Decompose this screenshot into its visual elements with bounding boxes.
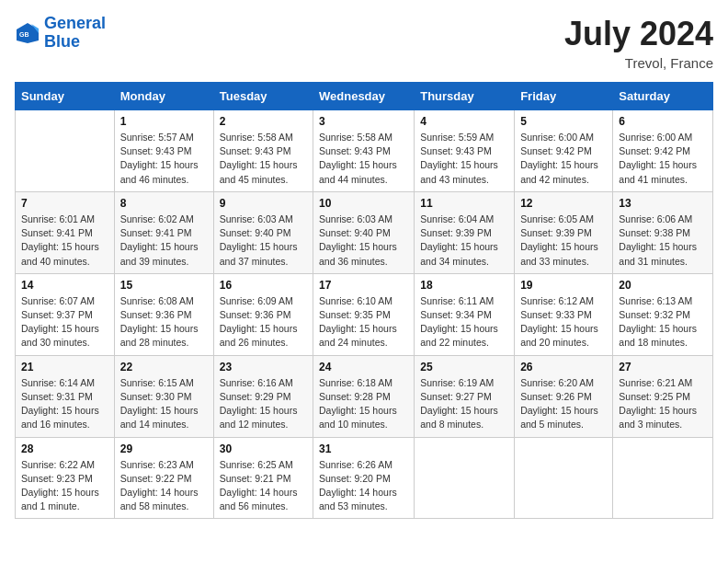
calendar-cell: 20Sunrise: 6:13 AMSunset: 9:32 PMDayligh… [613,273,713,355]
calendar-cell: 22Sunrise: 6:15 AMSunset: 9:30 PMDayligh… [114,355,213,437]
day-number: 25 [420,361,508,373]
day-header-saturday: Saturday [613,83,713,110]
calendar-cell [415,437,515,519]
day-info: Sunrise: 6:22 AMSunset: 9:23 PMDaylight:… [21,458,108,514]
calendar-cell: 8Sunrise: 6:02 AMSunset: 9:41 PMDaylight… [114,191,213,273]
logo: GB General Blue [15,15,106,52]
svg-text:GB: GB [19,31,29,38]
day-info: Sunrise: 5:59 AMSunset: 9:43 PMDaylight:… [420,131,508,187]
calendar-cell: 18Sunrise: 6:11 AMSunset: 9:34 PMDayligh… [415,273,515,355]
calendar-cell: 28Sunrise: 6:22 AMSunset: 9:23 PMDayligh… [16,437,115,519]
day-info: Sunrise: 6:03 AMSunset: 9:40 PMDaylight:… [319,213,408,269]
day-number: 29 [120,442,208,455]
day-number: 19 [520,279,607,292]
calendar-cell: 30Sunrise: 6:25 AMSunset: 9:21 PMDayligh… [213,437,313,519]
calendar-cell: 13Sunrise: 6:06 AMSunset: 9:38 PMDayligh… [613,191,713,273]
calendar-week-row: 1Sunrise: 5:57 AMSunset: 9:43 PMDaylight… [16,110,713,192]
day-info: Sunrise: 6:21 AMSunset: 9:25 PMDaylight:… [619,376,707,432]
day-number: 15 [120,279,208,292]
calendar-cell: 4Sunrise: 5:59 AMSunset: 9:43 PMDaylight… [415,110,515,192]
calendar-cell: 27Sunrise: 6:21 AMSunset: 9:25 PMDayligh… [613,355,713,437]
day-info: Sunrise: 6:25 AMSunset: 9:21 PMDaylight:… [220,458,307,514]
day-info: Sunrise: 6:11 AMSunset: 9:34 PMDaylight:… [420,294,508,350]
calendar-cell: 14Sunrise: 6:07 AMSunset: 9:37 PMDayligh… [16,273,115,355]
day-number: 26 [520,361,607,373]
day-info: Sunrise: 6:08 AMSunset: 9:36 PMDaylight:… [120,294,208,350]
day-number: 6 [619,115,707,128]
calendar-cell: 1Sunrise: 5:57 AMSunset: 9:43 PMDaylight… [114,110,213,192]
day-number: 31 [319,442,408,455]
day-number: 10 [319,197,408,210]
day-number: 20 [619,279,707,292]
day-header-thursday: Thursday [415,83,515,110]
calendar-cell [515,437,613,519]
day-info: Sunrise: 6:23 AMSunset: 9:22 PMDaylight:… [120,458,208,514]
day-number: 28 [21,442,108,455]
calendar-cell: 16Sunrise: 6:09 AMSunset: 9:36 PMDayligh… [213,273,313,355]
calendar-cell: 17Sunrise: 6:10 AMSunset: 9:35 PMDayligh… [313,273,415,355]
day-header-wednesday: Wednesday [313,83,415,110]
logo-icon: GB [15,20,40,46]
day-number: 14 [21,279,108,292]
calendar-table: SundayMondayTuesdayWednesdayThursdayFrid… [15,82,713,519]
day-number: 12 [520,197,607,210]
calendar-cell: 23Sunrise: 6:16 AMSunset: 9:29 PMDayligh… [213,355,313,437]
day-number: 27 [619,361,707,373]
day-number: 30 [220,442,307,455]
day-info: Sunrise: 6:00 AMSunset: 9:42 PMDaylight:… [619,131,707,187]
day-info: Sunrise: 6:06 AMSunset: 9:38 PMDaylight:… [619,213,707,269]
day-number: 24 [319,361,408,373]
day-number: 7 [21,197,108,210]
day-number: 2 [220,115,307,128]
calendar-cell: 9Sunrise: 6:03 AMSunset: 9:40 PMDaylight… [213,191,313,273]
calendar-cell: 5Sunrise: 6:00 AMSunset: 9:42 PMDaylight… [515,110,613,192]
calendar-cell: 7Sunrise: 6:01 AMSunset: 9:41 PMDaylight… [16,191,115,273]
page-header: GB General Blue July 2024 Trevol, France [15,15,713,71]
location-label: Trevol, France [564,55,713,71]
day-header-monday: Monday [114,83,213,110]
calendar-week-row: 21Sunrise: 6:14 AMSunset: 9:31 PMDayligh… [16,355,713,437]
calendar-cell: 3Sunrise: 5:58 AMSunset: 9:43 PMDaylight… [313,110,415,192]
calendar-cell: 15Sunrise: 6:08 AMSunset: 9:36 PMDayligh… [114,273,213,355]
calendar-cell: 2Sunrise: 5:58 AMSunset: 9:43 PMDaylight… [213,110,313,192]
calendar-cell: 11Sunrise: 6:04 AMSunset: 9:39 PMDayligh… [415,191,515,273]
day-number: 16 [220,279,307,292]
day-info: Sunrise: 6:04 AMSunset: 9:39 PMDaylight:… [420,213,508,269]
day-number: 5 [520,115,607,128]
day-info: Sunrise: 6:20 AMSunset: 9:26 PMDaylight:… [520,376,607,432]
day-info: Sunrise: 6:26 AMSunset: 9:20 PMDaylight:… [319,458,408,514]
calendar-cell: 12Sunrise: 6:05 AMSunset: 9:39 PMDayligh… [515,191,613,273]
day-info: Sunrise: 6:05 AMSunset: 9:39 PMDaylight:… [520,213,607,269]
day-info: Sunrise: 5:58 AMSunset: 9:43 PMDaylight:… [220,131,307,187]
day-number: 18 [420,279,508,292]
logo-text-line1: General [44,15,106,33]
calendar-cell: 21Sunrise: 6:14 AMSunset: 9:31 PMDayligh… [16,355,115,437]
calendar-body: 1Sunrise: 5:57 AMSunset: 9:43 PMDaylight… [16,110,713,519]
calendar-cell [613,437,713,519]
day-header-friday: Friday [515,83,613,110]
day-info: Sunrise: 6:18 AMSunset: 9:28 PMDaylight:… [319,376,408,432]
calendar-header-row: SundayMondayTuesdayWednesdayThursdayFrid… [16,83,713,110]
day-number: 9 [220,197,307,210]
calendar-cell: 10Sunrise: 6:03 AMSunset: 9:40 PMDayligh… [313,191,415,273]
day-info: Sunrise: 6:03 AMSunset: 9:40 PMDaylight:… [220,213,307,269]
day-number: 22 [120,361,208,373]
day-info: Sunrise: 6:07 AMSunset: 9:37 PMDaylight:… [21,294,108,350]
day-header-tuesday: Tuesday [213,83,313,110]
day-number: 21 [21,361,108,373]
calendar-cell: 29Sunrise: 6:23 AMSunset: 9:22 PMDayligh… [114,437,213,519]
day-info: Sunrise: 6:13 AMSunset: 9:32 PMDaylight:… [619,294,707,350]
calendar-cell: 31Sunrise: 6:26 AMSunset: 9:20 PMDayligh… [313,437,415,519]
title-block: July 2024 Trevol, France [564,15,713,71]
day-number: 3 [319,115,408,128]
day-number: 11 [420,197,508,210]
calendar-cell: 19Sunrise: 6:12 AMSunset: 9:33 PMDayligh… [515,273,613,355]
day-info: Sunrise: 6:16 AMSunset: 9:29 PMDaylight:… [220,376,307,432]
day-info: Sunrise: 6:19 AMSunset: 9:27 PMDaylight:… [420,376,508,432]
logo-text-line2: Blue [44,33,106,52]
day-header-sunday: Sunday [16,83,115,110]
day-info: Sunrise: 6:01 AMSunset: 9:41 PMDaylight:… [21,213,108,269]
day-info: Sunrise: 5:58 AMSunset: 9:43 PMDaylight:… [319,131,408,187]
calendar-cell: 24Sunrise: 6:18 AMSunset: 9:28 PMDayligh… [313,355,415,437]
day-number: 13 [619,197,707,210]
